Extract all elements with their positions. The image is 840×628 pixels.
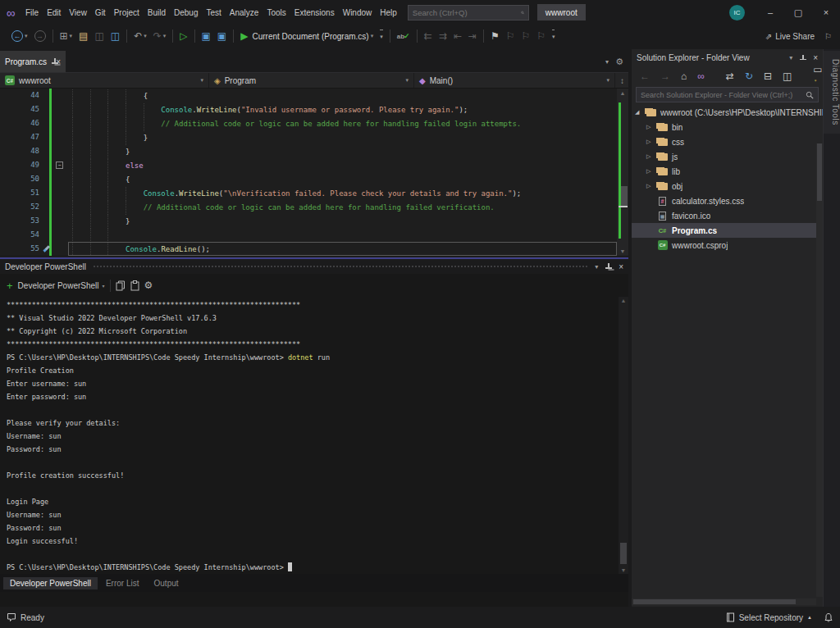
start-without-debugging-button[interactable]: ▷ [177,29,189,43]
redo-button[interactable]: ↷▾ [151,29,169,43]
tree-item-program-cs[interactable]: C#Program.cs [632,223,823,238]
chevron-expanded-icon[interactable]: ◢ [635,109,645,116]
back-button[interactable]: ← [637,69,652,84]
menu-build[interactable]: Build [144,0,170,25]
scrollbar-thumb[interactable] [633,599,796,604]
chevron-collapsed-icon[interactable]: ▷ [646,139,656,145]
toolbar-overflow-button[interactable]: ▾ [377,28,386,44]
forward-button[interactable]: → [658,69,673,84]
menu-file[interactable]: File [21,0,43,25]
pin-icon[interactable] [51,57,52,66]
find-in-files-button[interactable]: ▣ [199,29,213,43]
code-line-48[interactable]: 48} [0,144,617,158]
solution-explorer-header[interactable]: Solution Explorer - Folder View ▾ × [632,49,823,66]
menu-edit[interactable]: Edit [43,0,65,25]
window-position-chevron-icon[interactable]: ▾ [595,263,598,271]
editor-vertical-scrollbar[interactable]: ▲ ▼ [617,89,628,256]
menu-git[interactable]: Git [91,0,110,25]
next-bookmark-button[interactable]: ⚐ [518,29,532,43]
save-button[interactable]: ◫ [92,29,106,43]
tree-item-css[interactable]: ▷css [632,134,823,149]
scroll-down-icon[interactable]: ▼ [619,567,628,573]
tab-program-cs[interactable]: Program.cs × [0,51,66,72]
panel-tab-developer-powershell[interactable]: Developer PowerShell [3,577,98,589]
undo-button[interactable]: ↶▾ [131,29,149,43]
collapse-region-icon[interactable]: − [56,162,63,169]
move-line-up-button[interactable]: ⇇ [422,29,435,43]
tab-list-chevron-icon[interactable]: ▾ [605,58,609,66]
avatar[interactable]: IC [729,5,745,20]
tree-item-wwwroot-c-users-hp-desktop-internships-code-sp[interactable]: ◢wwwroot (C:\Users\HP\Desktop\INTERNSHIP… [632,105,823,120]
scrollbar-thumb[interactable] [817,143,822,201]
pin-icon[interactable] [799,54,806,62]
switch-views-button[interactable]: ∞ [695,69,707,84]
code-line-51[interactable]: 51Console.WriteLine("\nVerification fail… [0,186,617,200]
chevron-collapsed-icon[interactable]: ▷ [646,153,656,160]
bookmarks-overflow-button[interactable]: ▾ [550,28,558,44]
diagnostic-tools-tab[interactable]: Diagnostic Tools [824,51,840,134]
new-terminal-icon[interactable]: + [7,280,13,292]
shell-selector[interactable]: Developer PowerShell ▾ [18,281,105,290]
restore-button[interactable]: ▢ [784,0,812,25]
minimize-button[interactable]: – [756,0,784,25]
notifications-bell-icon[interactable] [824,612,833,623]
chevron-collapsed-icon[interactable]: ▷ [646,124,656,130]
pin-icon[interactable] [605,262,612,271]
type-dropdown[interactable]: ◈ Program ▾ [209,73,414,88]
tree-item-favicon-ico[interactable]: ▦favicon.ico [632,208,823,223]
spell-check-button[interactable]: ab [395,29,413,44]
menu-project[interactable]: Project [110,0,144,25]
panel-tab-output[interactable]: Output [148,577,185,589]
code-line-49[interactable]: 49−else [0,158,617,172]
tree-item-js[interactable]: ▷js [632,149,823,164]
save-all-button[interactable]: ◫ [108,29,122,43]
refresh-button[interactable]: ↻ [742,69,756,84]
scrollbar-thumb[interactable] [620,543,627,564]
menu-window[interactable]: Window [339,0,377,25]
split-window-icon[interactable]: ↕ [615,73,628,88]
menu-test[interactable]: Test [202,0,225,25]
open-folder-button[interactable]: ▤ [76,29,90,43]
paste-icon[interactable] [130,280,139,291]
new-project-button[interactable]: ⊞▾ [57,29,75,43]
scroll-down-icon[interactable]: ▼ [617,248,628,254]
tree-item-wwwroot-csproj[interactable]: C#wwwroot.csproj [632,238,823,253]
code-line-47[interactable]: 47} [0,130,617,144]
close-panel-icon[interactable]: × [813,53,818,62]
member-dropdown[interactable]: ◆ Main() ▾ [414,73,615,88]
start-debugging-button[interactable]: ▶Current Document (Program.cs)▾ [238,29,376,43]
code-line-45[interactable]: 45Console.WriteLine("Invalid username or… [0,102,617,116]
search-input[interactable] [413,8,521,17]
code-editor[interactable]: 44{45Console.WriteLine("Invalid username… [0,89,628,256]
outdent-button[interactable]: ⇤ [451,29,464,43]
feedback-icon[interactable]: ⚐ [824,32,832,41]
scroll-up-icon[interactable]: ▲ [617,90,628,96]
terminal-settings-gear-icon[interactable]: ⚙ [144,280,153,291]
search-box[interactable] [408,5,529,20]
code-line-46[interactable]: 46// Additional code or logic can be add… [0,116,617,130]
navigate-backward-button[interactable]: ←▾ [9,29,30,43]
tree-item-obj[interactable]: ▷obj [632,179,823,193]
menu-analyze[interactable]: Analyze [226,0,263,25]
tree-item-bin[interactable]: ▷bin [632,120,823,134]
code-line-54[interactable]: 54 [0,228,617,242]
terminal-scrollbar[interactable]: ▲ ▼ [619,297,628,574]
project-dropdown[interactable]: C# wwwroot ▾ [0,73,209,88]
previous-bookmark-button[interactable]: ⚐ [504,29,518,43]
chevron-collapsed-icon[interactable]: ▷ [646,183,656,189]
attach-to-process-button[interactable]: ▣ [215,29,229,43]
clear-bookmarks-button[interactable]: ⚐ [534,29,548,43]
project-badge[interactable]: wwwroot [537,4,586,20]
panel-tab-error-list[interactable]: Error List [99,577,146,589]
close-button[interactable]: × [812,0,840,25]
navigate-forward-button[interactable]: → [32,29,48,43]
toggle-bookmark-button[interactable]: ⚑ [488,29,502,43]
collapse-all-button[interactable]: ⊟ [761,69,774,84]
code-line-52[interactable]: 52// Additional code or logic can be add… [0,200,617,214]
scroll-up-icon[interactable]: ▲ [619,298,628,303]
terminal-output[interactable]: ****************************************… [0,297,628,574]
panel-header[interactable]: Developer PowerShell ▾ × [0,259,628,274]
indent-button[interactable]: ⇥ [466,29,479,43]
tree-vertical-scrollbar[interactable] [816,143,823,597]
document-options-gear-icon[interactable]: ⚙ [615,57,623,67]
